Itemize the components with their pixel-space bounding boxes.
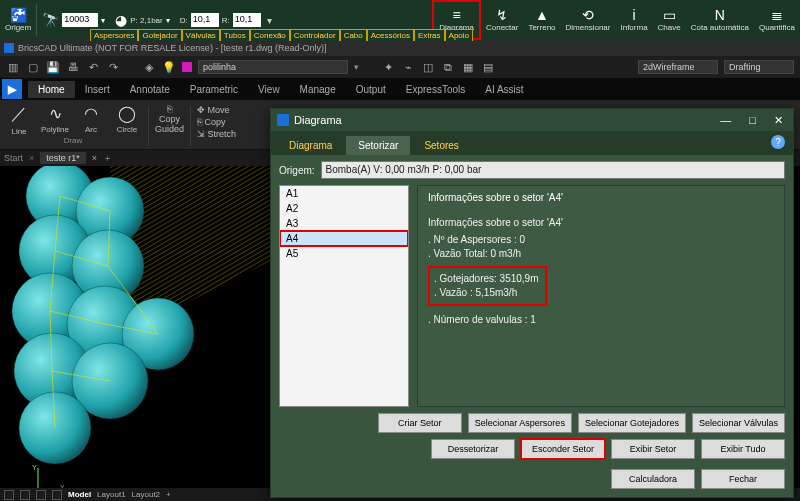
ribbon-tab-view[interactable]: View bbox=[248, 81, 290, 98]
print-icon[interactable]: 🖶 bbox=[66, 60, 80, 74]
line-tool[interactable]: ／Line bbox=[4, 104, 34, 136]
sector-item-a1[interactable]: A1 bbox=[280, 186, 408, 201]
sb-icon[interactable] bbox=[20, 490, 30, 500]
layer-color-swatch[interactable] bbox=[182, 62, 192, 72]
origem-tool[interactable]: 🚰 Origem bbox=[0, 0, 36, 40]
layer-icon[interactable]: ◈ bbox=[142, 60, 156, 74]
subtab-extras[interactable]: Extras bbox=[414, 29, 445, 41]
ribbon-tab-manage[interactable]: Manage bbox=[290, 81, 346, 98]
add-layout-icon[interactable]: + bbox=[166, 490, 171, 499]
subtab-apoio[interactable]: Apoio bbox=[445, 29, 473, 41]
move-cmd[interactable]: ✥ Move bbox=[197, 104, 230, 116]
subtab-acessórios[interactable]: Acessórios bbox=[367, 29, 414, 41]
app-logo[interactable]: ▶ bbox=[2, 79, 22, 99]
maximize-button[interactable]: □ bbox=[745, 114, 760, 127]
close-start-icon[interactable]: × bbox=[29, 153, 34, 163]
stretch-cmd[interactable]: ⇲ Stretch bbox=[197, 128, 236, 140]
selecionar-gotejadores-button[interactable]: Selecionar Gotejadores bbox=[578, 413, 686, 433]
layout2-tab[interactable]: Layout2 bbox=[132, 490, 160, 499]
calculadora-button[interactable]: Calculadora bbox=[611, 469, 695, 489]
app-icon bbox=[4, 43, 14, 53]
sector-item-a4[interactable]: A4 bbox=[280, 231, 408, 246]
criar-setor-button[interactable]: Criar Setor bbox=[378, 413, 462, 433]
dimensionar-tool[interactable]: ⟲Dimensionar bbox=[561, 0, 616, 40]
chave-tool[interactable]: ▭Chave bbox=[653, 0, 686, 40]
tool-f-icon[interactable]: ▤ bbox=[481, 60, 495, 74]
subtab-tubos[interactable]: Tubos bbox=[220, 29, 250, 41]
exibir-tudo-button[interactable]: Exibir Tudo bbox=[701, 439, 785, 459]
dialog-tab-diagrama[interactable]: Diagrama bbox=[277, 136, 344, 155]
copyguided-group[interactable]: ⎘ Copy Guided bbox=[151, 104, 188, 145]
sb-icon[interactable] bbox=[4, 490, 14, 500]
sector-item-a5[interactable]: A5 bbox=[280, 246, 408, 261]
informa-tool[interactable]: iInforma bbox=[615, 0, 652, 40]
add-tab-icon[interactable]: ＋ bbox=[103, 152, 112, 165]
start-tab[interactable]: Start bbox=[4, 153, 23, 163]
model-tab[interactable]: Model bbox=[68, 490, 91, 499]
polyline-tool[interactable]: ∿Polyline bbox=[40, 104, 70, 136]
open-icon[interactable]: ▢ bbox=[26, 60, 40, 74]
subtab-controlador[interactable]: Controlador bbox=[290, 29, 340, 41]
visualstyle-combo[interactable]: 2dWireframe bbox=[638, 60, 718, 74]
tool-a-icon[interactable]: ✦ bbox=[381, 60, 395, 74]
dialog-tab-setorizar[interactable]: Setorizar bbox=[346, 136, 410, 155]
esconder-setor-button[interactable]: Esconder Setor bbox=[521, 439, 605, 459]
conectar-tool[interactable]: ↯Conectar bbox=[481, 0, 523, 40]
ribbon-tab-parametric[interactable]: Parametric bbox=[180, 81, 248, 98]
origem-combo[interactable]: Bomba(A) V: 0,00 m3/h P: 0,00 bar bbox=[321, 161, 785, 179]
layout1-tab[interactable]: Layout1 bbox=[97, 490, 125, 499]
chevron-down-icon[interactable]: ▾ bbox=[166, 16, 170, 25]
dessetorizar-button[interactable]: Dessetorizar bbox=[431, 439, 515, 459]
sector-item-a3[interactable]: A3 bbox=[280, 216, 408, 231]
ribbon-tab-ai assist[interactable]: AI Assist bbox=[475, 81, 533, 98]
d-input[interactable]: 10,1 bbox=[191, 13, 219, 27]
dialog-tab-setores[interactable]: Setores bbox=[412, 136, 470, 155]
arc-tool[interactable]: ◠Arc bbox=[76, 104, 106, 136]
tool-d-icon[interactable]: ⧉ bbox=[441, 60, 455, 74]
chevron-down-icon[interactable]: ▾ bbox=[101, 16, 105, 25]
dropdown-icon[interactable]: ▾ bbox=[267, 15, 272, 26]
file-tab[interactable]: teste r1* bbox=[40, 152, 86, 164]
sector-item-a2[interactable]: A2 bbox=[280, 201, 408, 216]
close-button[interactable]: ✕ bbox=[770, 114, 787, 127]
subtab-cabo[interactable]: Cabo bbox=[340, 29, 367, 41]
subtab-válvulas[interactable]: Válvulas bbox=[182, 29, 220, 41]
tool-b-icon[interactable]: ⌁ bbox=[401, 60, 415, 74]
r-input[interactable]: 10,1 bbox=[233, 13, 261, 27]
selecionar-aspersores-button[interactable]: Selecionar Aspersores bbox=[468, 413, 572, 433]
sector-listbox[interactable]: A1A2A3A4A5 bbox=[279, 185, 409, 407]
subtab-aspersores[interactable]: Aspersores bbox=[90, 29, 138, 41]
layer-combo[interactable]: polilinha bbox=[198, 60, 348, 74]
ribbon-tab-annotate[interactable]: Annotate bbox=[120, 81, 180, 98]
tool-c-icon[interactable]: ◫ bbox=[421, 60, 435, 74]
save-icon[interactable]: 💾 bbox=[46, 60, 60, 74]
selecionar-válvulas-button[interactable]: Selecionar Válvulas bbox=[692, 413, 785, 433]
sb-icon[interactable] bbox=[36, 490, 46, 500]
minimize-button[interactable]: — bbox=[716, 114, 735, 127]
sb-icon[interactable] bbox=[52, 490, 62, 500]
redo-icon[interactable]: ↷ bbox=[106, 60, 120, 74]
chevron-down-icon[interactable]: ▾ bbox=[354, 62, 359, 72]
fechar-button[interactable]: Fechar bbox=[701, 469, 785, 489]
copy-cmd[interactable]: ⎘ Copy bbox=[197, 116, 226, 128]
ribbon-tab-output[interactable]: Output bbox=[346, 81, 396, 98]
tool-e-icon[interactable]: ▦ bbox=[461, 60, 475, 74]
exibir-setor-button[interactable]: Exibir Setor bbox=[611, 439, 695, 459]
close-file-icon[interactable]: × bbox=[92, 153, 97, 163]
ribbon-tab-insert[interactable]: Insert bbox=[75, 81, 120, 98]
ribbon-tab-expresstools[interactable]: ExpressTools bbox=[396, 81, 475, 98]
circle-tool[interactable]: ◯Circle bbox=[112, 104, 142, 136]
ribbon-tab-home[interactable]: Home bbox=[28, 81, 75, 98]
undo-icon[interactable]: ↶ bbox=[86, 60, 100, 74]
dialog-titlebar[interactable]: Diagrama — □ ✕ bbox=[271, 109, 793, 131]
quantifica-tool[interactable]: ≣Quantifica bbox=[754, 0, 800, 40]
subtab-gotejador[interactable]: Gotejador bbox=[138, 29, 181, 41]
workspace-combo[interactable]: Drafting bbox=[724, 60, 794, 74]
bulb-icon[interactable]: 💡 bbox=[162, 60, 176, 74]
subtab-conexão[interactable]: Conexão bbox=[250, 29, 290, 41]
help-button[interactable]: ? bbox=[771, 135, 785, 149]
new-icon[interactable]: ▥ bbox=[6, 60, 20, 74]
terreno-tool[interactable]: ▲Terreno bbox=[523, 0, 560, 40]
cota automática-tool[interactable]: NCota automática bbox=[686, 0, 754, 40]
binocular-value[interactable]: 10003 bbox=[62, 13, 98, 27]
